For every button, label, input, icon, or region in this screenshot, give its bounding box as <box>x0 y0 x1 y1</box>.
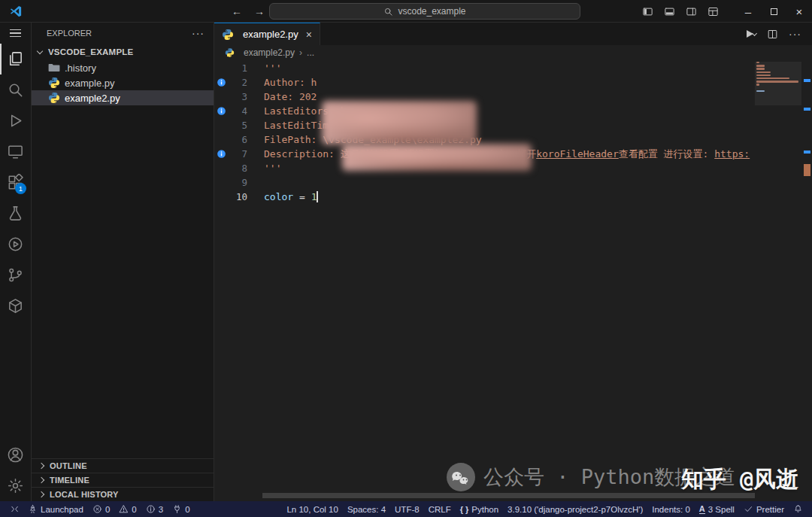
eol-sequence[interactable]: CRLF <box>424 501 456 517</box>
toggle-sidebar-icon[interactable] <box>642 6 653 17</box>
line-number: 9 <box>228 177 247 188</box>
split-editor-icon[interactable] <box>767 29 778 40</box>
spell-checker[interactable]: A3 Spell <box>695 501 739 517</box>
minimap-slider[interactable] <box>755 62 801 105</box>
chevron-right-icon <box>38 491 44 497</box>
spell-icon: A <box>699 505 705 514</box>
notifications[interactable] <box>789 501 807 517</box>
maximize-button[interactable] <box>761 0 786 23</box>
status-bar: Launchpad0030 Ln 10, Col 10Spaces: 4UTF-… <box>0 501 812 517</box>
launchpad[interactable]: Launchpad <box>23 501 88 517</box>
sidebar-item-run-debug[interactable] <box>0 105 31 136</box>
code-line-2[interactable]: 2Author: h <box>214 75 812 90</box>
ports[interactable]: 0 <box>168 501 194 517</box>
chevron-right-icon <box>38 463 44 469</box>
indents[interactable]: Indents: 0 <box>647 501 695 517</box>
sidebar-title: EXPLORER <box>47 29 92 38</box>
status-label: Prettier <box>756 505 784 514</box>
encoding[interactable]: UTF-8 <box>390 501 424 517</box>
sidebar-item-containers[interactable] <box>0 290 31 321</box>
menu-button[interactable] <box>0 23 31 44</box>
editor-more-actions-icon[interactable]: ··· <box>789 28 801 40</box>
activity-bar: 1 <box>0 23 32 501</box>
info-gutter-icon <box>214 78 228 87</box>
status-label: CRLF <box>429 505 451 514</box>
tree-root-folder[interactable]: VSCODE_EXAMPLE <box>32 44 214 60</box>
toggle-panel-icon[interactable] <box>664 6 675 17</box>
minimize-button[interactable]: – <box>735 0 761 23</box>
python-interpreter[interactable]: 3.9.10 ('django-project2-p7OlvzcH') <box>503 501 647 517</box>
tab-close-icon[interactable]: × <box>306 29 312 41</box>
sidebar-item-extensions[interactable]: 1 <box>0 167 31 198</box>
indentation[interactable]: Spaces: 4 <box>343 501 390 517</box>
redacted-blur-region <box>342 144 532 171</box>
status-label: 3 Spell <box>708 505 735 514</box>
warnings[interactable]: 0 <box>114 501 141 517</box>
status-label: 0 <box>132 505 136 514</box>
cursor-position[interactable]: Ln 10, Col 10 <box>282 501 342 517</box>
sidebar-item-remote-explorer[interactable] <box>0 136 31 167</box>
settings-button[interactable] <box>0 470 31 501</box>
sidebar-item-source-control[interactable] <box>0 260 31 290</box>
code-line-10[interactable]: 10color = 1 <box>214 190 812 204</box>
breadcrumb[interactable]: example2.py › ... <box>214 45 812 60</box>
status-label: 3.9.10 ('django-project2-p7OlvzcH') <box>508 505 643 514</box>
line-number: 5 <box>228 120 247 131</box>
code-line-5[interactable]: 5LastEditTime: 20 <box>214 118 812 132</box>
panel-label: OUTLINE <box>50 461 87 470</box>
status-label: Python <box>471 505 498 514</box>
line-number: 6 <box>228 134 247 145</box>
panel-outline[interactable]: OUTLINE <box>32 458 214 473</box>
maximize-icon <box>771 8 777 15</box>
code-line-1[interactable]: 1''' <box>214 61 812 75</box>
file-item-example-py[interactable]: example.py <box>32 75 214 90</box>
line-content: ''' <box>264 62 281 74</box>
nav-back-icon[interactable]: ← <box>232 5 242 17</box>
breadcrumb-more: ... <box>307 47 314 58</box>
nav-forward-icon[interactable]: → <box>254 5 265 17</box>
panel-timeline[interactable]: TIMELINE <box>32 473 214 487</box>
panel-local-history[interactable]: LOCAL HISTORY <box>32 487 214 501</box>
command-center-search[interactable]: vscode_example <box>269 3 580 20</box>
minimap[interactable] <box>756 62 800 93</box>
explorer-more-actions-icon[interactable]: ··· <box>192 27 205 39</box>
source-control-icon <box>7 266 24 284</box>
line-content: Date: 202 <box>264 91 317 102</box>
file-item-example2-py[interactable]: example2.py <box>32 90 214 105</box>
explorer-sidebar: EXPLORER ··· VSCODE_EXAMPLE .historyexam… <box>32 23 214 501</box>
error-icon <box>92 504 102 514</box>
sidebar-item-testing[interactable] <box>0 198 31 229</box>
hamburger-icon <box>10 26 21 39</box>
close-window-button[interactable]: × <box>786 0 812 23</box>
toggle-secondary-sidebar-icon[interactable] <box>686 6 697 17</box>
errors[interactable]: 0 <box>88 501 114 517</box>
remote-indicator[interactable] <box>5 501 23 517</box>
python-icon <box>48 92 60 104</box>
code-editor[interactable]: 1'''2Author: h3Date: 2024LastEditors: hu… <box>214 60 812 501</box>
tab-label: example2.py <box>243 29 298 40</box>
account-button[interactable] <box>0 439 31 470</box>
overview-ruler[interactable] <box>801 60 812 501</box>
prettier[interactable]: Prettier <box>739 501 789 517</box>
sidebar-item-explorer[interactable] <box>0 44 31 75</box>
infos[interactable]: 3 <box>141 501 168 517</box>
line-content: ''' <box>264 163 281 174</box>
status-label: Spaces: 4 <box>347 505 386 514</box>
sidebar-item-run-circle[interactable] <box>0 229 31 260</box>
customize-layout-icon[interactable] <box>707 6 719 17</box>
code-line-4[interactable]: 4LastEditors: hua <box>214 104 812 118</box>
run-python-file-button[interactable] <box>747 30 756 38</box>
wechat-icon <box>446 462 476 492</box>
language-mode[interactable]: { }Python <box>456 501 503 517</box>
line-content: color = 1 <box>264 191 318 202</box>
status-label: Ln 10, Col 10 <box>286 505 338 514</box>
sidebar-item-search[interactable] <box>0 75 31 105</box>
file-label: example.py <box>65 78 114 89</box>
file-item--history[interactable]: .history <box>32 60 214 75</box>
status-label: 0 <box>185 505 189 514</box>
code-line-9[interactable]: 9 <box>214 175 812 190</box>
tab-example2-py[interactable]: example2.py × <box>214 23 320 45</box>
run-circle-icon <box>7 236 24 253</box>
gear-icon <box>7 477 24 494</box>
code-line-3[interactable]: 3Date: 202 <box>214 90 812 104</box>
